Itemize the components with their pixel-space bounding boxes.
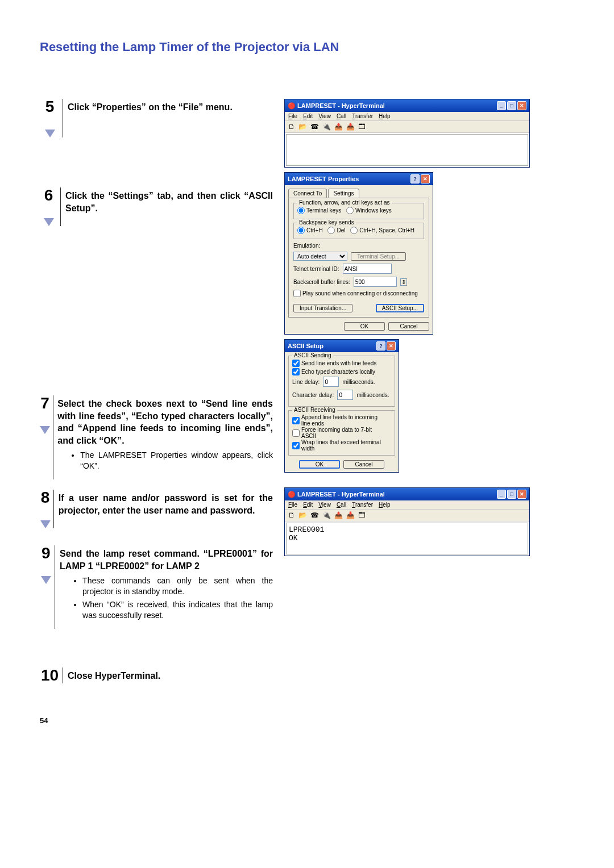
receive-icon[interactable]: 📥 — [346, 123, 355, 131]
send-icon[interactable]: 📤 — [334, 123, 343, 131]
line-delay-input[interactable] — [323, 377, 339, 387]
group-backspace: Backspace key sends — [297, 219, 356, 226]
tab-connect-to[interactable]: Connect To — [288, 189, 327, 198]
menu-help[interactable]: Help — [379, 502, 391, 508]
step-7-sub-1: The LAMPRESET Properties window appears,… — [80, 450, 273, 471]
menu-file[interactable]: File — [288, 113, 297, 119]
open-icon[interactable]: 📂 — [298, 511, 307, 519]
step-8-text: If a user name and/or password is set fo… — [59, 492, 273, 516]
radio-terminal-keys[interactable]: Terminal keys — [297, 207, 341, 214]
send-icon[interactable]: 📤 — [334, 511, 343, 519]
page-number: 54 — [40, 716, 574, 725]
open-icon[interactable]: 📂 — [298, 123, 307, 131]
menu-transfer[interactable]: Transfer — [352, 113, 373, 119]
menu-file[interactable]: File — [288, 502, 297, 508]
properties-icon[interactable]: 🗔 — [358, 123, 365, 131]
menu-edit[interactable]: Edit — [303, 113, 313, 119]
connect-icon[interactable]: ☎ — [310, 511, 319, 519]
checkbox-send-line-ends[interactable]: Send line ends with line feeds — [292, 360, 376, 367]
terminal-line-2: OK — [289, 534, 525, 542]
step-6: 6 Click the “Settings” tab, and then cli… — [40, 187, 273, 226]
step-8: 8 If a user name and/or password is set … — [40, 490, 273, 528]
step-10: 10 Close HyperTerminal. — [40, 667, 273, 683]
arrow-down-icon — [40, 520, 51, 528]
ascii-setup-button[interactable]: ASCII Setup... — [376, 304, 424, 312]
terminal-setup-button[interactable]: Terminal Setup... — [351, 252, 406, 261]
checkbox-force-7bit[interactable]: Force incoming data to 7-bit ASCII — [292, 427, 388, 439]
close-icon[interactable]: ✕ — [387, 341, 396, 350]
disconnect-icon[interactable]: 🔌 — [322, 123, 331, 131]
arrow-down-icon — [45, 130, 55, 137]
receive-icon[interactable]: 📥 — [346, 511, 355, 519]
checkbox-append-lf[interactable]: Append line feeds to incoming line ends — [292, 414, 388, 427]
step-9-number: 9 — [42, 545, 51, 561]
tab-settings[interactable]: Settings — [328, 189, 359, 198]
menu-help[interactable]: Help — [379, 113, 391, 119]
checkbox-echo-locally[interactable]: Echo typed characters locally — [292, 368, 375, 375]
menu-view[interactable]: View — [318, 113, 331, 119]
step-9-text: Send the lamp reset command. “LPRE0001” … — [60, 548, 273, 572]
cancel-button[interactable]: Cancel — [343, 460, 384, 469]
spinner-icon[interactable]: ⇕ — [400, 278, 407, 286]
unit-line-delay: milliseconds. — [342, 379, 375, 385]
close-icon[interactable]: ✕ — [517, 101, 526, 110]
connect-icon[interactable]: ☎ — [310, 123, 319, 131]
arrow-down-icon — [41, 576, 51, 584]
ascii-setup-title: ASCII Setup — [288, 343, 323, 349]
new-icon[interactable]: 🗋 — [288, 123, 295, 131]
terminal-line-1: LPRE0001 — [289, 525, 525, 534]
close-icon[interactable]: ✕ — [421, 174, 430, 183]
step-5: 5 Click “Properties” on the “File” menu. — [40, 99, 273, 137]
properties-icon[interactable]: 🗔 — [358, 511, 365, 519]
label-line-delay: Line delay: — [292, 379, 320, 385]
input-translation-button[interactable]: Input Translation... — [293, 304, 352, 312]
help-icon[interactable]: ? — [376, 341, 385, 350]
char-delay-input[interactable] — [337, 390, 353, 400]
hyperterminal-toolbar: 🗋 📂 ☎ 🔌 📤 📥 🗔 — [285, 120, 529, 133]
step-10-number: 10 — [41, 667, 59, 683]
telnet-id-input[interactable] — [343, 264, 392, 274]
ok-button[interactable]: OK — [344, 322, 385, 331]
radio-ctrl-h[interactable]: Ctrl+H — [297, 227, 323, 234]
step-9: 9 Send the lamp reset command. “LPRE0001… — [40, 545, 273, 629]
label-emulation: Emulation: — [293, 243, 320, 249]
help-icon[interactable]: ? — [410, 174, 420, 183]
hyperterminal-window-result: 🔴 LAMPRESET - HyperTerminal _ □ ✕ File E… — [284, 487, 530, 556]
hyperterminal-title: 🔴 LAMPRESET - HyperTerminal — [288, 102, 385, 110]
lampreset-properties-dialog: LAMPRESET Properties ? ✕ Connect To Sett… — [284, 172, 433, 335]
ok-button[interactable]: OK — [299, 460, 340, 469]
hyperterminal-menu: File Edit View Call Transfer Help — [285, 112, 529, 120]
minimize-icon[interactable]: _ — [497, 101, 506, 110]
step-10-text: Close HyperTerminal. — [68, 670, 160, 682]
radio-windows-keys[interactable]: Windows keys — [346, 207, 392, 214]
minimize-icon[interactable]: _ — [497, 490, 506, 499]
new-icon[interactable]: 🗋 — [288, 511, 295, 519]
step-7-text: Select the check boxes next to “Send lin… — [57, 398, 273, 446]
group-function-keys: Function, arrow, and ctrl keys act as — [297, 199, 392, 206]
unit-char-delay: milliseconds. — [356, 392, 389, 398]
close-icon[interactable]: ✕ — [517, 490, 526, 499]
emulation-select[interactable]: Auto detect — [293, 252, 347, 261]
backscroll-input[interactable] — [354, 277, 397, 287]
group-ascii-sending: ASCII Sending — [292, 352, 333, 358]
cancel-button[interactable]: Cancel — [388, 322, 429, 331]
disconnect-icon[interactable]: 🔌 — [322, 511, 331, 519]
menu-call[interactable]: Call — [337, 113, 346, 119]
step-5-number: 5 — [45, 99, 55, 115]
radio-ctrl-h-space[interactable]: Ctrl+H, Space, Ctrl+H — [350, 227, 414, 234]
menu-transfer[interactable]: Transfer — [352, 502, 373, 508]
maximize-icon[interactable]: □ — [507, 101, 516, 110]
menu-call[interactable]: Call — [337, 502, 346, 508]
maximize-icon[interactable]: □ — [507, 490, 516, 499]
terminal-area[interactable]: LPRE0001 OK — [286, 523, 528, 554]
checkbox-play-sound[interactable]: Play sound when connecting or disconnect… — [293, 290, 418, 297]
terminal-area[interactable] — [286, 134, 528, 166]
step-7-number: 7 — [40, 395, 49, 411]
menu-view[interactable]: View — [318, 502, 331, 508]
step-6-text: Click the “Settings” tab, and then click… — [65, 190, 273, 214]
menu-edit[interactable]: Edit — [303, 502, 313, 508]
arrow-down-icon — [44, 218, 54, 226]
radio-del[interactable]: Del — [327, 227, 345, 234]
step-8-number: 8 — [41, 490, 50, 506]
checkbox-wrap-lines[interactable]: Wrap lines that exceed terminal width — [292, 439, 388, 452]
